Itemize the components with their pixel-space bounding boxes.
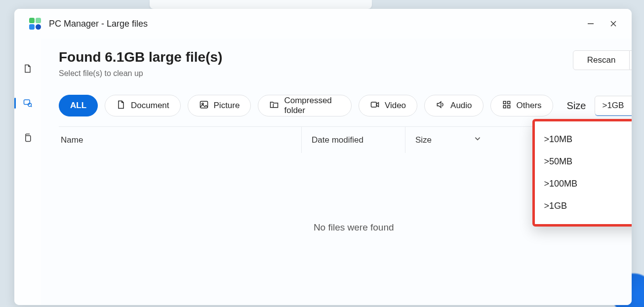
chevron-down-icon [474,135,482,145]
filter-chip-label: Audio [450,101,472,111]
svg-rect-7 [200,101,207,108]
column-header-name[interactable]: Name [59,127,302,153]
filter-chip-video[interactable]: Video [359,95,417,116]
size-option-10mb[interactable]: >10MB [535,128,632,151]
sidebar-item-large-files[interactable] [14,95,41,112]
picture-icon [199,100,209,112]
background-window-stub [150,0,372,9]
sidebar [14,38,41,305]
filter-bar: ALL Document Picture Compressed folder V [59,95,632,116]
header-row: Found 6.1GB large file(s) Select file(s)… [59,49,632,78]
window-title: PC Manager - Large files [49,19,148,29]
svg-rect-6 [26,136,31,142]
svg-rect-13 [503,101,506,104]
size-filter-dropdown: >10MB >50MB >100MB >1GB [532,119,632,227]
filter-chip-label: ALL [70,101,86,111]
sidebar-item-page[interactable] [14,60,41,77]
minimize-button[interactable] [579,14,602,34]
column-header-size[interactable]: Size [405,127,488,153]
svg-rect-16 [507,105,510,108]
main-panel: Found 6.1GB large file(s) Select file(s)… [41,38,632,305]
sidebar-item-copy[interactable] [14,129,41,146]
filter-chip-label: Document [131,101,169,111]
filter-chip-document[interactable]: Document [105,95,180,116]
pc-manager-window: PC Manager - Large files Found [14,9,632,305]
app-logo-icon [29,18,41,30]
svg-marker-12 [437,102,441,108]
size-filter-value: >1GB [602,101,624,111]
filter-chip-all[interactable]: ALL [59,95,98,116]
size-filter-label: Size [567,100,586,112]
page-subheading: Select file(s) to clean up [59,69,222,78]
svg-rect-14 [507,101,510,104]
page-heading: Found 6.1GB large file(s) [59,49,222,65]
filter-chip-compressed[interactable]: Compressed folder [258,95,351,116]
filter-chip-audio[interactable]: Audio [424,95,483,116]
filter-chip-others[interactable]: Others [490,95,553,116]
size-option-100mb[interactable]: >100MB [535,173,632,195]
rescan-split-button: Rescan [573,50,632,70]
audio-icon [436,100,445,112]
column-header-date[interactable]: Date modified [302,127,405,153]
filter-chip-label: Others [517,101,542,111]
close-button[interactable] [602,14,625,34]
document-icon [116,100,126,112]
filter-chip-label: Compressed folder [284,96,340,115]
video-icon [370,100,380,112]
filter-chip-label: Video [385,101,406,111]
filter-chip-picture[interactable]: Picture [188,95,251,116]
rescan-dropdown-button[interactable] [630,50,632,70]
svg-rect-10 [371,102,376,107]
size-option-1gb[interactable]: >1GB [535,195,632,217]
title-bar: PC Manager - Large files [14,9,632,38]
rescan-button[interactable]: Rescan [573,50,630,70]
size-filter-select[interactable]: >1GB >10MB >50MB >100MB >1GB [595,96,632,115]
svg-line-5 [31,106,32,107]
size-option-50mb[interactable]: >50MB [535,151,632,173]
folder-zip-icon [269,100,279,112]
svg-rect-15 [503,105,506,108]
filter-chip-label: Picture [214,101,240,111]
empty-state-text: No files were found [314,222,394,233]
grid-icon [502,100,512,112]
